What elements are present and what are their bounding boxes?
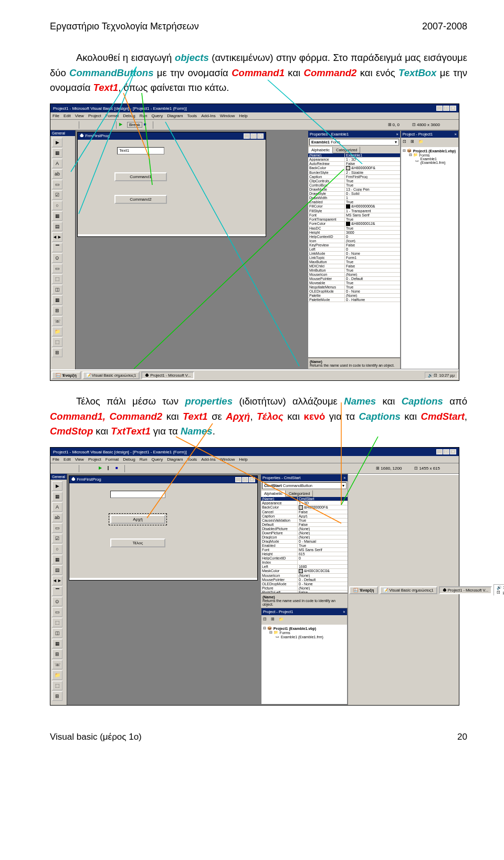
close-icon[interactable]: × bbox=[450, 106, 456, 111]
property-row[interactable]: MDIChildFalse bbox=[308, 264, 400, 268]
tool-button[interactable]: ☏ bbox=[52, 316, 62, 326]
property-value[interactable]: False bbox=[345, 162, 400, 165]
view-object-icon[interactable]: ⊞ bbox=[270, 616, 278, 624]
minimize-icon[interactable]: _ bbox=[235, 477, 242, 482]
dropdown-icon[interactable]: ▾ bbox=[395, 140, 397, 144]
dropdown-icon[interactable]: ▾ bbox=[342, 483, 344, 488]
close-icon[interactable]: × bbox=[257, 133, 264, 139]
toolbar-btn[interactable] bbox=[127, 465, 134, 472]
system-tray[interactable]: 🔊 ⊡ 10:45 μμ bbox=[494, 584, 504, 596]
tool-button[interactable]: ▦ bbox=[52, 211, 62, 221]
stop-icon[interactable]: ■ bbox=[143, 121, 151, 129]
toolbar-btn[interactable] bbox=[164, 121, 171, 129]
property-row[interactable]: MousePointer0 - Default bbox=[261, 578, 348, 582]
property-value[interactable]: True bbox=[345, 183, 400, 187]
property-row[interactable]: MouseIcon(None) bbox=[261, 574, 348, 578]
property-value[interactable]: 1680 bbox=[298, 565, 348, 568]
property-row[interactable]: FillStyle1 - Transparent bbox=[308, 209, 400, 213]
property-value[interactable]: 0 - None bbox=[298, 582, 348, 586]
property-value[interactable]: 0 - Default bbox=[345, 277, 400, 281]
property-row[interactable]: LinkTopicForm1 bbox=[308, 256, 400, 260]
property-value[interactable]: (None) bbox=[298, 531, 348, 535]
property-value[interactable]: MS Sans Serif bbox=[345, 213, 400, 217]
tool-button[interactable]: ◫ bbox=[52, 628, 62, 638]
menu-item[interactable]: Query bbox=[151, 457, 163, 462]
tool-button[interactable]: ⊞ bbox=[52, 306, 62, 315]
property-value[interactable]: 1 bbox=[345, 196, 400, 200]
property-value[interactable]: &H8000000F& bbox=[298, 505, 348, 510]
property-value[interactable]: True bbox=[298, 544, 348, 547]
run-icon[interactable]: ▶ bbox=[98, 465, 106, 472]
toolbar-btn[interactable] bbox=[90, 121, 97, 129]
property-row[interactable]: Appearance1 - 3D bbox=[308, 158, 400, 162]
property-value[interactable]: Αρχή bbox=[298, 514, 348, 518]
property-value[interactable]: True bbox=[345, 179, 400, 183]
maximize-icon[interactable]: □ bbox=[250, 133, 257, 139]
toolbar-btn[interactable] bbox=[61, 465, 68, 472]
tool-button[interactable]: ▶ bbox=[52, 481, 62, 491]
folders-icon[interactable]: 📁 bbox=[278, 616, 286, 624]
property-value[interactable]: (None) bbox=[298, 586, 348, 590]
property-row[interactable]: Left0 bbox=[308, 247, 400, 252]
property-row[interactable]: DrawMode13 - Copy Pen bbox=[308, 188, 400, 192]
toolbar-btn[interactable] bbox=[98, 121, 106, 129]
property-value[interactable]: True bbox=[298, 519, 348, 522]
property-grid[interactable]: (Name)CmdStartAppearance1 - 3DBackColor&… bbox=[261, 497, 348, 593]
property-value[interactable]: False bbox=[345, 264, 400, 268]
menu-item[interactable]: View bbox=[75, 113, 84, 118]
property-row[interactable]: Picture(None) bbox=[261, 586, 348, 590]
property-value[interactable]: 2 - Sizable bbox=[345, 171, 400, 174]
property-value[interactable]: True bbox=[345, 200, 400, 204]
property-row[interactable]: FontTransparentTrue bbox=[308, 217, 400, 222]
tree-project[interactable]: ⊟ 📦 Project1 (Examble1.vbp) bbox=[403, 149, 457, 153]
property-value[interactable]: Form1 bbox=[345, 256, 400, 260]
tab-categorized[interactable]: Categorized bbox=[333, 147, 360, 153]
toolbar-btn[interactable] bbox=[61, 121, 68, 129]
property-row[interactable]: DrawStyle0 - Solid bbox=[308, 192, 400, 196]
property-row[interactable]: OLEDropMode0 - None bbox=[261, 582, 348, 586]
property-row[interactable]: Height3600 bbox=[308, 231, 400, 235]
property-value[interactable]: (None) bbox=[298, 535, 348, 539]
toolbar-btn[interactable] bbox=[135, 465, 143, 472]
tree-project[interactable]: ⊟ 📦 Project1 (Examble1.vbp) bbox=[263, 626, 345, 630]
tool-button[interactable]: ab bbox=[52, 513, 62, 522]
tool-button[interactable]: ▦ bbox=[52, 555, 62, 564]
tool-button[interactable]: A bbox=[52, 159, 62, 168]
maximize-icon[interactable]: □ bbox=[242, 477, 248, 482]
tool-button[interactable]: ☑ bbox=[52, 190, 62, 200]
minimize-icon[interactable]: _ bbox=[436, 106, 443, 111]
property-row[interactable]: Appearance1 - 3D bbox=[261, 501, 348, 505]
textbox-txttext1[interactable] bbox=[110, 491, 165, 498]
property-row[interactable]: ControlBoxTrue bbox=[308, 183, 400, 188]
property-row[interactable]: (Name)Examble1 bbox=[308, 153, 400, 158]
tool-button[interactable]: ◄► bbox=[52, 576, 62, 585]
property-row[interactable]: HasDCTrue bbox=[308, 226, 400, 231]
menu-item[interactable]: Debug bbox=[123, 113, 135, 118]
tool-button[interactable]: ▔ bbox=[52, 586, 62, 596]
tool-button[interactable]: ○ bbox=[52, 544, 62, 554]
tool-button[interactable]: ☏ bbox=[52, 660, 62, 669]
menu-item[interactable]: Edit bbox=[64, 457, 71, 462]
property-value[interactable]: (None) bbox=[298, 574, 348, 577]
project-tree[interactable]: ⊟ 📦 Project1 (Examble1.vbp) ⊟ 📁 Forms ▭ … bbox=[261, 625, 347, 704]
property-value[interactable]: 13 - Copy Pen bbox=[345, 188, 400, 191]
menu-item[interactable]: Help bbox=[239, 113, 247, 118]
system-tray[interactable]: 🔊 ⊡ 10:27 μμ bbox=[425, 372, 458, 379]
menu-item[interactable]: Run bbox=[140, 457, 148, 462]
property-value[interactable]: 0 - Solid bbox=[345, 192, 400, 195]
menu-item[interactable]: Add-Ins bbox=[201, 457, 216, 462]
property-value[interactable]: 0 - Halftone bbox=[345, 298, 400, 302]
start-button[interactable]: 🪟 Έναρξη bbox=[349, 586, 379, 594]
property-row[interactable]: ForeColor&H80000012& bbox=[308, 222, 400, 226]
property-value[interactable]: 0 bbox=[345, 235, 400, 239]
tree-forms-folder[interactable]: ⊟ 📁 Forms bbox=[409, 153, 457, 157]
property-row[interactable]: CaptionFrmFirstProg bbox=[308, 175, 400, 179]
toolbar-btn[interactable] bbox=[52, 121, 60, 129]
property-value[interactable]: Examble1 bbox=[345, 153, 400, 157]
property-value[interactable]: 0 - Default bbox=[298, 578, 348, 582]
taskbar-item[interactable]: 📝 Visual Basic σημειώσεις1 bbox=[380, 586, 437, 594]
property-row[interactable]: Palette(None) bbox=[308, 294, 400, 298]
property-row[interactable]: DownPicture(None) bbox=[261, 531, 348, 535]
tool-button[interactable]: ⬚ bbox=[52, 337, 62, 347]
menu-item[interactable]: Edit bbox=[64, 113, 71, 118]
